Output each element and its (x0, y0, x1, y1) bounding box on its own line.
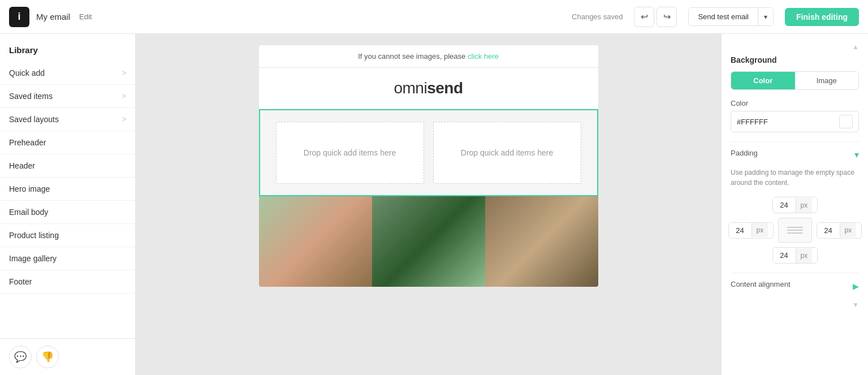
undo-redo-group: ↩ ↪ (634, 7, 677, 27)
content-lines-icon (787, 227, 803, 234)
tab-color-button[interactable]: Color (731, 72, 795, 89)
content-alignment-chevron-icon[interactable]: ▶ (853, 282, 859, 291)
color-field-label: Color (731, 99, 859, 107)
main-layout: Library Quick add > Saved items > Saved … (0, 34, 868, 375)
color-swatch[interactable] (839, 115, 853, 128)
email-logo-section: omnisend (259, 68, 598, 109)
px-label-left: px (752, 223, 768, 238)
email-preview-bar: If you cannot see images, please click h… (259, 45, 598, 68)
content-alignment-row: Content alignment ▶ (731, 280, 859, 292)
topbar: i My email Edit Changes saved ↩ ↪ Send t… (0, 0, 868, 34)
padding-left-input-group[interactable]: px (728, 222, 774, 239)
padding-grid: px px px (731, 197, 859, 264)
right-panel: ▲ Background Color Image Color Padding ▾… (721, 34, 868, 375)
edit-link[interactable]: Edit (79, 12, 92, 21)
email-canvas: If you cannot see images, please click h… (259, 45, 598, 287)
padding-top-input[interactable] (773, 197, 796, 213)
sidebar-item-saved-items[interactable]: Saved items > (0, 85, 135, 108)
library-title: Library (0, 34, 135, 62)
px-label-right: px (840, 223, 857, 238)
click-here-link[interactable]: click here (468, 52, 499, 61)
gallery-image-2 (372, 196, 485, 287)
color-value-input[interactable] (737, 118, 835, 126)
send-test-group: Send test email ▾ (688, 7, 774, 26)
redo-button[interactable]: ↪ (657, 7, 677, 27)
sidebar-item-image-gallery[interactable]: Image gallery (0, 247, 135, 270)
background-tab-group: Color Image (731, 71, 859, 90)
background-section-title: Background (731, 55, 859, 64)
gallery-image-3 (485, 196, 598, 287)
padding-label: Padding (731, 149, 758, 157)
sidebar-item-header[interactable]: Header (0, 154, 135, 178)
sidebar-item-hero-image[interactable]: Hero image (0, 178, 135, 201)
padding-top-input-group[interactable]: px (772, 197, 818, 213)
padding-right-input-group[interactable]: px (817, 222, 862, 239)
padding-chevron-icon[interactable]: ▾ (854, 149, 859, 160)
finish-editing-button[interactable]: Finish editing (785, 8, 859, 26)
drop-zone-right[interactable]: Drop quick add items here (433, 122, 581, 184)
padding-bottom-input-group[interactable]: px (772, 247, 818, 264)
drop-zone-left[interactable]: Drop quick add items here (276, 122, 424, 184)
sidebar-item-email-body[interactable]: Email body (0, 201, 135, 224)
color-input-row[interactable] (731, 111, 859, 132)
quick-add-inner: Drop quick add items here Drop quick add… (260, 110, 597, 195)
padding-center-row: px px (728, 218, 862, 243)
changes-saved-status: Changes saved (572, 12, 623, 21)
app-title: My email (36, 12, 70, 21)
padding-bottom-input[interactable] (773, 248, 796, 263)
quick-add-section[interactable]: Drop quick add items here Drop quick add… (259, 109, 598, 196)
padding-description: Use padding to manage the empty space ar… (731, 167, 859, 188)
app-logo: i (9, 7, 29, 27)
undo-button[interactable]: ↩ (634, 7, 654, 27)
sidebar-item-footer[interactable]: Footer (0, 270, 135, 294)
chevron-right-icon: > (122, 92, 126, 100)
sidebar-item-saved-layouts[interactable]: Saved layouts > (0, 108, 135, 131)
tab-image-button[interactable]: Image (795, 72, 859, 89)
gallery-row (259, 196, 598, 287)
chat-buttons-area: 💬 👎 (0, 338, 135, 375)
gallery-image-1 (259, 196, 372, 287)
send-test-button[interactable]: Send test email (689, 8, 758, 25)
image-gallery-section (259, 196, 598, 287)
scroll-up-icon: ▲ (852, 43, 859, 51)
px-label-top: px (796, 198, 813, 213)
chevron-right-icon: > (122, 115, 126, 123)
chevron-right-icon: > (122, 69, 126, 77)
padding-center-icon (778, 218, 812, 243)
padding-left-input[interactable] (729, 223, 752, 238)
left-sidebar: Library Quick add > Saved items > Saved … (0, 34, 136, 375)
sidebar-item-quick-add[interactable]: Quick add > (0, 62, 135, 85)
padding-right-input[interactable] (817, 223, 840, 238)
sidebar-item-product-listing[interactable]: Product listing (0, 224, 135, 247)
px-label-bottom: px (796, 248, 813, 263)
content-alignment-label: Content alignment (731, 280, 791, 288)
scroll-down-icon: ▼ (852, 301, 859, 309)
chat-button[interactable]: 💬 (9, 346, 32, 368)
thumbsdown-button[interactable]: 👎 (36, 346, 59, 368)
sidebar-item-preheader[interactable]: Preheader (0, 131, 135, 154)
omnisend-logo: omnisend (394, 79, 463, 97)
canvas-area: If you cannot see images, please click h… (136, 34, 721, 375)
send-test-dropdown-button[interactable]: ▾ (758, 8, 773, 25)
padding-section-header: Padding ▾ (731, 149, 859, 161)
